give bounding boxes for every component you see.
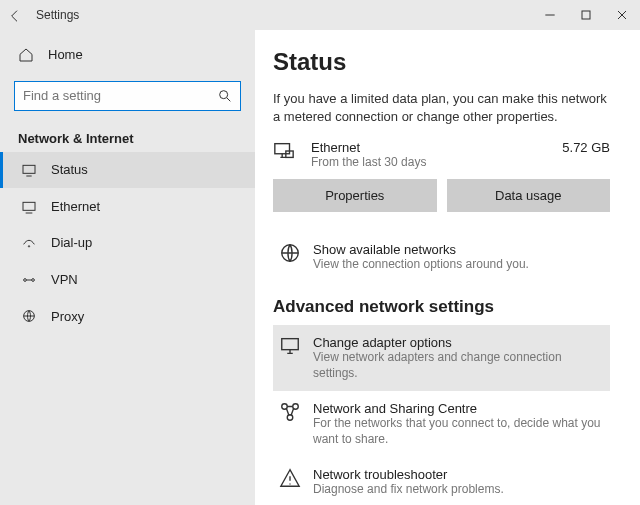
monitor-icon [273,140,299,168]
back-button[interactable] [0,6,30,24]
svg-rect-2 [23,165,35,173]
svg-rect-8 [275,144,290,154]
minimize-icon [542,7,558,23]
option-title: Show available networks [313,242,529,257]
status-icon [21,162,37,179]
arrow-left-icon [7,8,23,24]
svg-point-5 [24,278,27,281]
maximize-icon [578,7,594,23]
search-wrap [0,81,255,111]
close-icon [614,7,630,23]
nav-label: Status [51,162,88,177]
ethernet-icon [21,198,37,215]
nav-label: Proxy [51,309,84,324]
maximize-button[interactable] [568,0,604,30]
category-heading: Network & Internet [0,121,255,152]
sharing-centre-option[interactable]: Network and Sharing Centre For the netwo… [273,391,610,457]
dialup-icon [21,235,37,252]
option-sub: View network adapters and change connect… [313,350,604,381]
option-sub: View the connection options around you. [313,257,529,273]
search-input[interactable] [14,81,241,111]
svg-point-6 [32,278,35,281]
nav-status[interactable]: Status [0,152,255,189]
page-description: If you have a limited data plan, you can… [273,90,610,126]
option-title: Change adapter options [313,335,604,350]
advanced-heading: Advanced network settings [273,297,610,317]
nav-vpn[interactable]: VPN [0,261,255,298]
home-icon [18,46,34,63]
ethernet-size: 5.72 GB [562,140,610,155]
close-button[interactable] [604,0,640,30]
monitor-icon [279,335,301,362]
window-title: Settings [30,8,79,22]
svg-rect-11 [282,339,299,350]
nav-label: Dial-up [51,235,92,250]
svg-rect-3 [23,202,35,210]
home-button[interactable]: Home [0,38,255,71]
data-usage-button[interactable]: Data usage [447,179,611,212]
option-title: Network troubleshooter [313,467,504,482]
page-title: Status [273,48,610,76]
proxy-icon [21,308,37,325]
sidebar: Home Network & Internet Status Ethernet … [0,30,255,505]
network-icon [279,401,301,428]
nav-dialup[interactable]: Dial-up [0,225,255,262]
svg-point-14 [287,415,293,421]
ethernet-name: Ethernet [311,140,426,155]
svg-point-1 [220,90,228,98]
warning-icon [279,467,301,494]
globe-icon [279,242,301,269]
ethernet-sub: From the last 30 days [311,155,426,169]
svg-rect-0 [582,11,590,19]
option-sub: For the networks that you connect to, de… [313,416,604,447]
troubleshooter-option[interactable]: Network troubleshooter Diagnose and fix … [273,457,610,505]
ethernet-usage-row: Ethernet From the last 30 days 5.72 GB [273,140,610,169]
vpn-icon [21,271,37,288]
home-label: Home [48,47,83,62]
nav-ethernet[interactable]: Ethernet [0,188,255,225]
search-icon [217,88,233,104]
content: Status If you have a limited data plan, … [255,30,640,505]
titlebar: Settings [0,0,640,30]
nav-label: VPN [51,272,78,287]
show-networks-option[interactable]: Show available networks View the connect… [273,232,610,283]
svg-point-4 [28,246,29,247]
window-controls [532,0,640,30]
nav-label: Ethernet [51,199,100,214]
change-adapter-option[interactable]: Change adapter options View network adap… [273,325,610,391]
button-row: Properties Data usage [273,179,610,212]
minimize-button[interactable] [532,0,568,30]
option-title: Network and Sharing Centre [313,401,604,416]
properties-button[interactable]: Properties [273,179,437,212]
nav-proxy[interactable]: Proxy [0,298,255,335]
option-sub: Diagnose and fix network problems. [313,482,504,498]
